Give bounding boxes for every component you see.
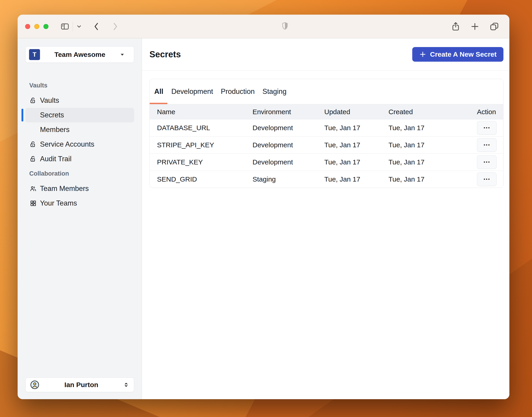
plus-icon bbox=[419, 51, 426, 58]
secret-name: DATABASE_URL bbox=[157, 124, 253, 132]
tab-all[interactable]: All bbox=[150, 79, 168, 104]
tab-staging[interactable]: Staging bbox=[259, 79, 290, 104]
create-new-secret-label: Create A New Secret bbox=[430, 51, 497, 58]
team-name: Team Awesome bbox=[40, 51, 120, 58]
ellipsis-icon: ... bbox=[483, 156, 490, 164]
table-row: STRIPE_API_KEY Development Tue, Jan 17 T… bbox=[150, 136, 503, 154]
tab-overview-icon[interactable] bbox=[489, 21, 499, 31]
tab-development[interactable]: Development bbox=[168, 79, 217, 104]
secret-created: Tue, Jan 17 bbox=[388, 124, 477, 132]
sidebar-item-members[interactable]: Members bbox=[25, 122, 134, 137]
unlock-icon bbox=[30, 141, 37, 148]
close-button[interactable] bbox=[25, 24, 30, 29]
table-row: DATABASE_URL Development Tue, Jan 17 Tue… bbox=[150, 119, 503, 136]
minimize-button[interactable] bbox=[34, 24, 39, 29]
sidebar-item-team-members[interactable]: Team Members bbox=[25, 181, 134, 196]
secret-environment: Development bbox=[253, 158, 324, 166]
ellipsis-icon: ... bbox=[483, 122, 490, 130]
sidebar-item-label: Your Teams bbox=[40, 199, 77, 207]
desktop-wallpaper: T Team Awesome Vaults bbox=[0, 0, 532, 417]
chevron-down-icon[interactable] bbox=[76, 23, 82, 30]
sidebar-item-label: Vaults bbox=[40, 96, 59, 104]
up-down-chevrons-icon bbox=[123, 382, 129, 388]
secret-created: Tue, Jan 17 bbox=[388, 175, 477, 183]
back-button-icon[interactable] bbox=[93, 22, 100, 31]
row-actions-button[interactable]: ... bbox=[477, 121, 497, 135]
person-circle-icon bbox=[30, 380, 40, 390]
forward-button-icon[interactable] bbox=[111, 22, 119, 31]
sidebar-item-label: Members bbox=[40, 125, 69, 134]
table-row: PRIVATE_KEY Development Tue, Jan 17 Tue,… bbox=[150, 154, 503, 171]
sidebar-nav: Vaults Vaults Secrets bbox=[25, 82, 134, 210]
unlock-icon bbox=[30, 156, 37, 162]
environment-tabs: All Development Production Staging bbox=[150, 79, 503, 104]
sidebar-item-label: Team Members bbox=[40, 185, 89, 193]
maximize-button[interactable] bbox=[43, 24, 48, 29]
traffic-lights bbox=[25, 24, 48, 29]
row-actions-button[interactable]: ... bbox=[477, 138, 497, 152]
grid-icon bbox=[30, 200, 37, 207]
page-title: Secrets bbox=[149, 50, 181, 59]
secrets-card: All Development Production Staging Name … bbox=[149, 79, 503, 188]
sidebar-item-label: Secrets bbox=[40, 111, 64, 119]
secret-created: Tue, Jan 17 bbox=[388, 158, 477, 166]
sidebar-item-label: Audit Trail bbox=[40, 155, 72, 163]
tab-production[interactable]: Production bbox=[217, 79, 258, 104]
secret-environment: Development bbox=[253, 124, 324, 132]
unlock-icon bbox=[30, 97, 37, 104]
sidebar-item-label: Service Accounts bbox=[40, 140, 94, 148]
main-header: Secrets Create A New Secret bbox=[142, 38, 509, 71]
secret-environment: Development bbox=[253, 141, 324, 149]
section-label-vaults: Vaults bbox=[25, 82, 134, 89]
user-name: Ian Purton bbox=[40, 381, 123, 389]
window-titlebar bbox=[18, 15, 509, 38]
sidebar: T Team Awesome Vaults bbox=[18, 38, 142, 399]
secret-environment: Staging bbox=[253, 175, 324, 183]
row-actions-button[interactable]: ... bbox=[477, 155, 497, 169]
column-header-environment: Environment bbox=[253, 108, 324, 116]
secret-name: PRIVATE_KEY bbox=[157, 158, 253, 166]
share-icon[interactable] bbox=[451, 21, 460, 32]
ellipsis-icon: ... bbox=[483, 139, 490, 147]
main-panel: Secrets Create A New Secret All bbox=[142, 38, 509, 399]
sidebar-spacer bbox=[25, 210, 134, 377]
secret-updated: Tue, Jan 17 bbox=[324, 158, 388, 166]
secret-created: Tue, Jan 17 bbox=[388, 141, 477, 149]
sidebar-item-secrets[interactable]: Secrets bbox=[25, 108, 134, 122]
ellipsis-icon: ... bbox=[483, 173, 490, 182]
secret-updated: Tue, Jan 17 bbox=[324, 141, 388, 149]
row-actions-button[interactable]: ... bbox=[477, 172, 497, 186]
column-header-action: Action bbox=[477, 108, 496, 116]
people-icon bbox=[30, 185, 37, 192]
user-selector[interactable]: Ian Purton bbox=[25, 377, 134, 392]
secret-updated: Tue, Jan 17 bbox=[324, 175, 388, 183]
section-label-collaboration: Collaboration bbox=[25, 170, 134, 177]
create-new-secret-button[interactable]: Create A New Secret bbox=[412, 47, 503, 62]
column-header-created: Created bbox=[388, 108, 477, 116]
team-selector[interactable]: T Team Awesome bbox=[25, 46, 134, 63]
sidebar-item-service-accounts[interactable]: Service Accounts bbox=[25, 137, 134, 152]
column-header-name: Name bbox=[157, 108, 253, 116]
sidebar-item-audit-trail[interactable]: Audit Trail bbox=[25, 152, 134, 166]
new-tab-plus-icon[interactable] bbox=[470, 22, 480, 31]
secret-updated: Tue, Jan 17 bbox=[324, 124, 388, 132]
app-window: T Team Awesome Vaults bbox=[18, 15, 509, 399]
team-avatar: T bbox=[29, 49, 40, 60]
secret-name: SEND_GRID bbox=[157, 175, 253, 183]
sidebar-item-your-teams[interactable]: Your Teams bbox=[25, 196, 134, 210]
table-header: Name Environment Updated Created Action bbox=[150, 104, 503, 119]
caret-down-icon bbox=[120, 52, 125, 57]
table-row: SEND_GRID Staging Tue, Jan 17 Tue, Jan 1… bbox=[150, 171, 503, 188]
sidebar-toggle-icon[interactable] bbox=[60, 22, 69, 31]
column-header-updated: Updated bbox=[324, 108, 388, 116]
secret-name: STRIPE_API_KEY bbox=[157, 141, 253, 149]
shield-icon bbox=[281, 21, 289, 31]
sidebar-item-vaults[interactable]: Vaults bbox=[25, 93, 134, 108]
